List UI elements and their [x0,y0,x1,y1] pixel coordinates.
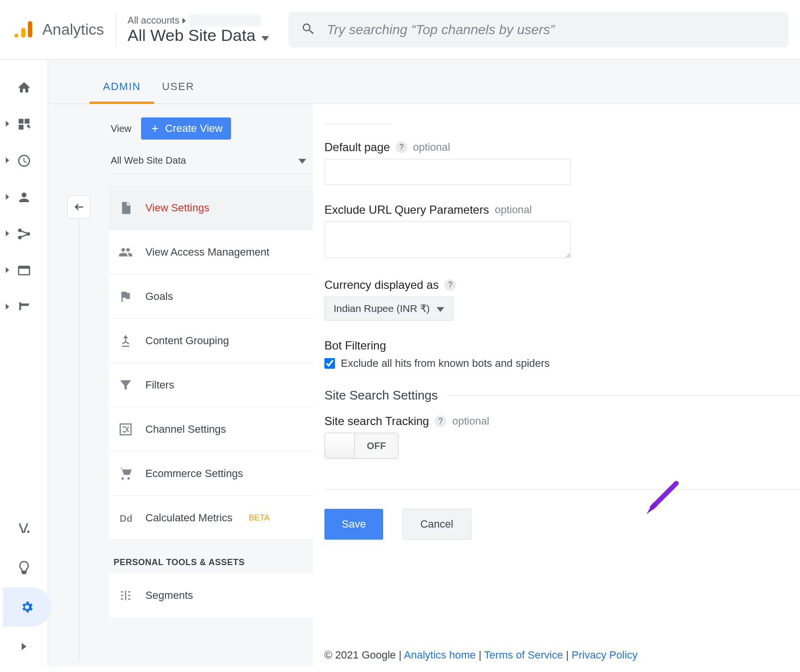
bot-filtering-checkbox-row[interactable]: Exclude all hits from known bots and spi… [324,357,800,370]
menu-ecommerce-settings[interactable]: Ecommerce Settings [109,452,313,496]
currency-value: Indian Rupee (INR ₹) [334,303,430,314]
nav-home[interactable] [0,69,48,106]
currency-dropdown[interactable]: Indian Rupee (INR ₹) [324,297,453,321]
tab-user[interactable]: USER [151,80,205,103]
nav-audience[interactable] [0,179,48,216]
section-title-text: Site Search Settings [324,388,438,403]
property-name: All Web Site Data [128,26,256,45]
footer-terms-link[interactable]: Terms of Service [484,649,563,661]
menu-content-grouping[interactable]: Content Grouping [109,319,313,363]
menu-calculated-metrics[interactable]: Dd Calculated Metrics BETA [109,496,313,540]
chevron-down-icon [261,26,269,45]
nav-admin[interactable] [3,587,51,627]
toggle-knob [325,433,355,458]
menu-label: Goals [145,290,173,303]
nav-discover[interactable] [0,548,48,587]
field-site-search-tracking: Site search Tracking ? optional OFF [324,414,800,460]
site-search-label: Site search Tracking [324,414,429,428]
work-area: ADMIN USER View Create View [48,60,800,666]
segments-icon [118,588,133,603]
site-search-section-title: Site Search Settings [324,388,800,403]
search-placeholder: Try searching “Top channels by users” [327,22,555,38]
prior-field-edge [324,123,392,124]
flag-icon [118,289,133,304]
default-page-label: Default page [324,141,390,154]
help-icon[interactable]: ? [435,415,446,427]
create-view-label: Create View [165,122,222,135]
field-bot-filtering: Bot Filtering Exclude all hits from know… [324,339,800,370]
nav-acquisition[interactable] [0,216,48,252]
field-currency: Currency displayed as ? Indian Rupee (IN… [324,278,800,321]
content-row: View Create View All Web Site Data View … [48,104,800,666]
view-menu-list: View Settings View Access Management Goa… [109,186,313,540]
account-name-redacted [189,14,261,26]
help-icon[interactable]: ? [396,142,407,153]
column-spine [48,104,87,666]
view-select-dropdown[interactable]: All Web Site Data [109,150,313,174]
section-divider [447,395,800,396]
field-exclude-params: Exclude URL Query Parameters optional [324,203,800,260]
beta-badge: BETA [249,513,270,523]
create-view-button[interactable]: Create View [141,117,231,140]
tab-admin[interactable]: ADMIN [92,80,151,103]
optional-hint: optional [495,204,532,216]
menu-channel-settings[interactable]: Channel Settings [109,407,313,452]
save-button[interactable]: Save [324,509,383,540]
svg-rect-8 [18,266,29,269]
view-label: View [111,123,131,134]
expand-icon [6,193,9,202]
view-panel-header: View Create View [109,117,313,140]
form-actions: Save Cancel [324,489,800,540]
nav-conversions[interactable] [0,289,48,325]
search-bar[interactable]: Try searching “Top channels by users” [288,12,788,48]
page-footer: © 2021 Google | Analytics home | Terms o… [324,649,638,661]
back-button[interactable] [67,195,90,219]
exclude-params-input[interactable] [324,221,571,258]
menu-label: Filters [145,379,174,391]
nav-realtime[interactable] [0,142,48,179]
menu-view-settings[interactable]: View Settings [109,186,313,230]
admin-tabs: ADMIN USER [48,60,800,104]
svg-text:Dd: Dd [120,513,133,523]
nav-collapse[interactable] [0,627,48,666]
svg-rect-0 [14,34,18,38]
menu-label: View Settings [145,202,209,214]
site-search-toggle[interactable]: OFF [324,433,399,459]
selected-view-name: All Web Site Data [111,155,186,166]
menu-label: View Access Management [145,246,270,258]
grouping-icon [118,334,133,348]
currency-label: Currency displayed as [324,278,439,292]
nav-attribution[interactable] [0,508,48,548]
nav-behavior[interactable] [0,252,48,289]
help-icon[interactable]: ? [444,279,456,291]
expand-icon [6,230,9,238]
property-selector[interactable]: All Web Site Data [128,26,269,45]
search-icon [301,22,315,38]
chevron-right-icon [182,15,186,26]
logo-area: Analytics [12,12,116,48]
plus-icon [150,123,160,134]
cart-icon [118,466,133,481]
field-default-page: Default page ? optional [324,141,800,185]
cancel-button[interactable]: Cancel [402,509,471,540]
settings-form-panel: Default page ? optional Exclude URL Quer… [313,104,800,666]
bot-filtering-checkbox[interactable] [324,358,335,369]
optional-hint: optional [452,415,489,427]
document-icon [118,201,133,215]
footer-privacy-link[interactable]: Privacy Policy [572,649,638,661]
dd-icon: Dd [118,511,133,525]
account-breadcrumb: All accounts [128,14,269,26]
menu-goals[interactable]: Goals [109,274,313,319]
people-icon [118,245,133,259]
menu-filters[interactable]: Filters [109,363,313,407]
default-page-input[interactable] [324,159,571,185]
breadcrumb-root: All accounts [128,15,180,26]
svg-point-9 [27,530,29,533]
menu-segments[interactable]: Segments [109,573,313,618]
expand-icon [6,120,9,129]
account-selector[interactable]: All accounts All Web Site Data [128,12,269,48]
bot-filtering-text: Exclude all hits from known bots and spi… [341,357,550,370]
nav-customization[interactable]: + [0,106,48,142]
menu-view-access[interactable]: View Access Management [109,230,313,274]
footer-analytics-home-link[interactable]: Analytics home [404,649,476,661]
